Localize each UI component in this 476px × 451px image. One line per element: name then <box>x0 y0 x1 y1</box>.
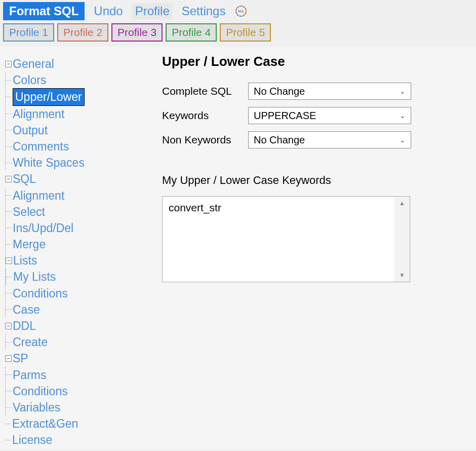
keywords-listbox-body: convert_str <box>163 197 394 282</box>
tree-leaf-sql-conditions[interactable]: Conditions <box>13 285 68 302</box>
list-item[interactable]: convert_str <box>169 202 388 214</box>
tree-toggle-lists[interactable]: − <box>6 257 12 264</box>
tree-leaf-select[interactable]: Select <box>13 204 45 220</box>
tree-branch-sql[interactable]: SQL <box>13 171 36 187</box>
tree-leaf-insupddel[interactable]: Ins/Upd/Del <box>13 220 73 236</box>
tree-toggle-general[interactable]: − <box>5 61 12 67</box>
keywords-listbox[interactable]: convert_str ▲ ▼ <box>162 196 410 282</box>
scroll-up-icon[interactable]: ▲ <box>399 200 405 207</box>
profile-tab-1[interactable]: Profile 1 <box>3 23 54 42</box>
tree-leaf-output[interactable]: Output <box>13 122 48 138</box>
profile-tab-4[interactable]: Profile 4 <box>166 23 217 42</box>
chevron-down-icon: ⌄ <box>400 136 406 144</box>
tree-branch-lists[interactable]: Lists <box>13 252 37 269</box>
tree-leaf-merge[interactable]: Merge <box>13 236 46 252</box>
profile-tab-5[interactable]: Profile 5 <box>220 23 271 42</box>
tree-toggle-sql[interactable]: − <box>5 176 12 182</box>
tree-leaf-parms[interactable]: Parms <box>13 367 46 383</box>
tree-leaf-mylists[interactable]: My Lists <box>13 269 56 285</box>
tree-leaf-sp-conditions[interactable]: Conditions <box>13 383 68 399</box>
tree-branch-sp[interactable]: SP <box>13 350 28 366</box>
select-complete-sql[interactable]: No Change ⌄ <box>248 83 411 100</box>
undo-link[interactable]: Undo <box>94 4 123 18</box>
svg-text:SQL: SQL <box>238 10 245 13</box>
tree-leaf-create[interactable]: Create <box>13 334 48 350</box>
select-complete-sql-value: No Change <box>254 86 305 97</box>
tree-branch-ddl[interactable]: DDL <box>13 318 36 334</box>
scroll-down-icon[interactable]: ▼ <box>399 272 405 279</box>
tree-toggle-ddl[interactable]: − <box>5 323 12 329</box>
sql-logo-icon: SQL <box>234 5 248 18</box>
tree-leaf-whitespaces[interactable]: White Spaces <box>13 155 85 171</box>
format-sql-button[interactable]: Format SQL <box>3 2 85 20</box>
top-toolbar: Format SQL Undo Profile Settings SQL <box>0 0 476 23</box>
tree-leaf-upperlower[interactable]: Upper/Lower <box>13 88 85 105</box>
chevron-down-icon: ⌄ <box>400 87 406 95</box>
settings-tree: − General Colors Upper/Lower Alignment O… <box>0 47 147 449</box>
select-non-keywords-value: No Change <box>254 134 305 146</box>
tree-leaf-alignment[interactable]: Alignment <box>13 106 64 122</box>
main-area: − General Colors Upper/Lower Alignment O… <box>0 47 476 449</box>
profile-tab-3[interactable]: Profile 3 <box>111 23 163 42</box>
page-title: Upper / Lower Case <box>162 54 461 69</box>
tree-toggle-sp[interactable]: − <box>5 355 12 362</box>
tree-leaf-license[interactable]: License <box>12 432 52 448</box>
keywords-list-heading: My Upper / Lower Case Keywords <box>162 174 461 187</box>
label-keywords: Keywords <box>162 109 248 122</box>
content-panel: Upper / Lower Case Complete SQL No Chang… <box>147 47 476 449</box>
select-keywords[interactable]: UPPERCASE ⌄ <box>248 107 411 124</box>
select-keywords-value: UPPERCASE <box>254 110 316 122</box>
tree-leaf-case[interactable]: Case <box>13 302 40 318</box>
tree-branch-general[interactable]: General <box>13 56 54 72</box>
profile-tab-2[interactable]: Profile 2 <box>57 23 108 42</box>
select-non-keywords[interactable]: No Change ⌄ <box>248 131 411 148</box>
label-complete-sql: Complete SQL <box>162 85 248 97</box>
settings-link[interactable]: Settings <box>182 4 226 18</box>
listbox-scrollbar[interactable]: ▲ ▼ <box>394 197 410 282</box>
tree-leaf-sql-alignment[interactable]: Alignment <box>13 187 64 204</box>
tree-leaf-colors[interactable]: Colors <box>13 72 46 88</box>
profile-tabs: Profile 1Profile 2Profile 3Profile 4Prof… <box>0 23 476 47</box>
profile-link[interactable]: Profile <box>132 3 173 19</box>
tree-leaf-extractgen[interactable]: Extract&Gen <box>12 416 78 432</box>
chevron-down-icon: ⌄ <box>400 111 406 120</box>
tree-leaf-comments[interactable]: Comments <box>13 138 69 155</box>
tree-leaf-variables[interactable]: Variables <box>13 399 60 416</box>
label-non-keywords: Non Keywords <box>162 134 248 146</box>
